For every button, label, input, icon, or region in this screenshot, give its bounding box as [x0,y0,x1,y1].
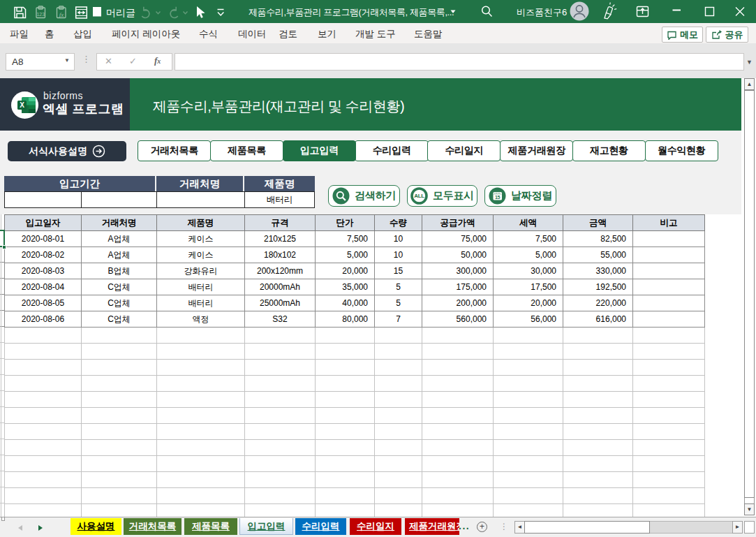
svg-text:fx: fx [59,11,64,18]
svg-text:15: 15 [495,195,501,200]
svg-text:X: X [20,101,24,109]
svg-text:머리글: 머리글 [106,7,135,18]
svg-text:123: 123 [36,12,45,17]
svg-text:ALL: ALL [414,193,424,199]
